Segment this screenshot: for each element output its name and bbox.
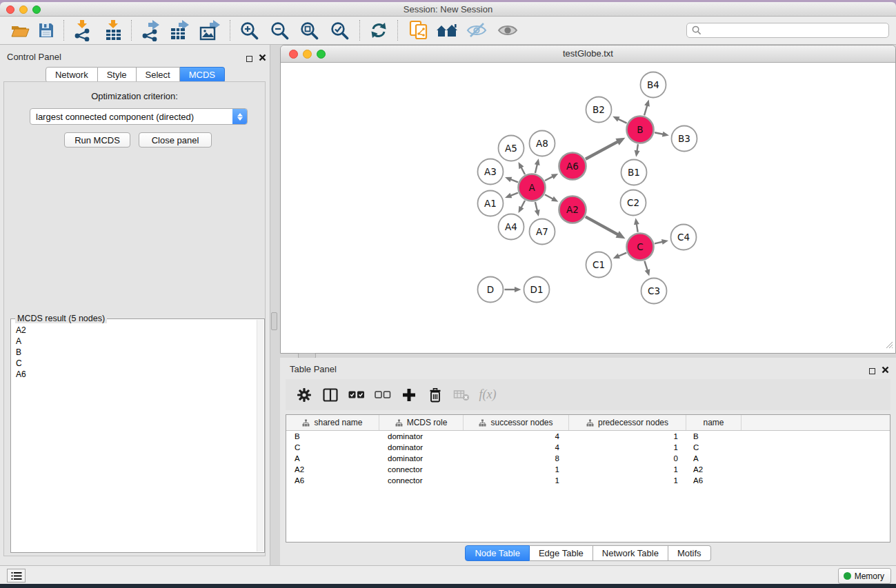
table-cell[interactable]: dominator <box>379 432 464 440</box>
function-builder-button[interactable]: f(x) <box>475 382 501 408</box>
import-network-button[interactable] <box>70 18 96 43</box>
tab-node-table[interactable]: Node Table <box>465 545 530 561</box>
column-header-name[interactable]: name <box>686 415 741 430</box>
main-titlebar[interactable]: Session: New Session <box>0 2 896 17</box>
table-cell[interactable]: B <box>286 432 379 440</box>
zoom-fit-button[interactable] <box>296 18 322 43</box>
graph-node-B1[interactable]: B1 <box>621 160 647 185</box>
table-cell[interactable]: connector <box>379 465 464 474</box>
export-table-button[interactable] <box>167 18 193 43</box>
graph-edge-C-C1[interactable] <box>613 253 627 259</box>
graph-edge-A-A6[interactable] <box>545 174 558 181</box>
search-input[interactable] <box>704 25 888 36</box>
graph-edge-A-A4[interactable] <box>518 201 525 213</box>
close-mcds-panel-button[interactable]: Close panel <box>139 132 212 148</box>
graph-edge-A-A7[interactable] <box>535 202 540 216</box>
graph-node-A3[interactable]: A3 <box>478 159 504 185</box>
tab-motifs[interactable]: Motifs <box>668 545 711 561</box>
table-cell[interactable]: B <box>686 432 741 440</box>
table-cell[interactable]: 4 <box>464 432 569 440</box>
network-documents-button[interactable] <box>406 18 432 43</box>
mcds-result-item[interactable]: C <box>11 358 256 369</box>
table-cell[interactable]: C <box>686 443 741 452</box>
graph-node-D1[interactable]: D1 <box>524 277 550 303</box>
graph-edge-C-C3[interactable] <box>644 261 650 276</box>
graph-node-A5[interactable]: A5 <box>499 136 524 161</box>
graph-node-B4[interactable]: B4 <box>641 72 666 98</box>
memory-button[interactable]: Memory <box>838 568 891 584</box>
graph-node-C1[interactable]: C1 <box>586 252 612 278</box>
show-column-panel-button[interactable] <box>317 382 344 408</box>
graph-edge-A-A2[interactable] <box>545 194 558 202</box>
graph-edge-B-B1[interactable] <box>635 144 640 156</box>
graph-node-A[interactable]: A <box>519 174 546 201</box>
table-cell[interactable]: A2 <box>286 465 379 474</box>
float-panel-button[interactable] <box>246 52 252 65</box>
open-file-button[interactable] <box>7 18 33 43</box>
show-task-history-button[interactable] <box>7 569 26 582</box>
table-cell[interactable]: 1 <box>569 476 686 485</box>
tab-network-table[interactable]: Network Table <box>593 545 668 561</box>
table-row[interactable]: Adominator80A <box>286 453 890 464</box>
delete-table-button[interactable] <box>448 382 475 408</box>
column-header-predecessor-nodes[interactable]: predecessor nodes <box>569 415 686 430</box>
table-cell[interactable]: connector <box>379 476 464 485</box>
tab-mcds[interactable]: MCDS <box>180 67 225 83</box>
table-cell[interactable]: 1 <box>569 432 686 440</box>
table-cell[interactable]: A <box>286 454 379 463</box>
mcds-result-item[interactable]: A <box>11 336 256 347</box>
graph-edge-D-D1[interactable] <box>505 287 521 292</box>
show-selected-button[interactable] <box>495 18 521 43</box>
table-settings-button[interactable] <box>291 382 317 408</box>
close-panel-button[interactable] <box>259 52 266 64</box>
table-row[interactable]: Cdominator41C <box>286 442 890 453</box>
zoom-out-button[interactable] <box>266 18 292 43</box>
graph-edge-C-C4[interactable] <box>655 239 668 245</box>
zoom-selected-button[interactable] <box>326 18 352 43</box>
table-cell[interactable]: 1 <box>569 465 686 474</box>
table-cell[interactable]: 4 <box>464 443 569 452</box>
graph-node-B3[interactable]: B3 <box>672 126 697 152</box>
table-row[interactable]: Bdominator41B <box>286 431 890 442</box>
graph-node-D[interactable]: D <box>478 277 504 303</box>
tab-select[interactable]: Select <box>137 67 180 83</box>
graph-edge-A-A5[interactable] <box>518 162 525 174</box>
vertical-splitter-handle[interactable] <box>271 312 277 330</box>
run-mcds-button[interactable]: Run MCDS <box>64 132 130 148</box>
table-cell[interactable]: C <box>286 443 379 452</box>
column-header-successor-nodes[interactable]: successor nodes <box>464 415 569 430</box>
close-table-panel-button[interactable] <box>882 364 889 376</box>
graph-node-A2[interactable]: A2 <box>559 196 586 223</box>
graph-edge-C-C2[interactable] <box>634 218 639 232</box>
graph-node-A6[interactable]: A6 <box>559 153 586 180</box>
table-cell[interactable]: 1 <box>569 443 686 452</box>
export-network-button[interactable] <box>137 18 163 43</box>
criterion-select[interactable]: largest connected component (directed) <box>30 108 248 125</box>
graph-node-A8[interactable]: A8 <box>530 131 555 156</box>
table-cell[interactable]: 1 <box>464 465 569 474</box>
search-box[interactable] <box>686 23 889 38</box>
table-cell[interactable]: 1 <box>464 476 569 485</box>
delete-column-button[interactable] <box>422 382 448 408</box>
graph-edge-A-A3[interactable] <box>505 177 518 183</box>
table-cell[interactable]: A6 <box>286 476 379 485</box>
graph-node-A4[interactable]: A4 <box>499 214 524 240</box>
select-all-columns-button[interactable] <box>344 382 370 408</box>
refresh-button[interactable] <box>366 18 392 43</box>
mcds-result-item[interactable]: A2 <box>11 325 256 336</box>
home-button[interactable] <box>434 18 460 43</box>
result-scrollbar[interactable] <box>257 320 263 551</box>
graph-edge-B-B3[interactable] <box>655 132 669 137</box>
column-header-mcds-role[interactable]: MCDS role <box>379 415 464 430</box>
mcds-result-item[interactable]: A6 <box>11 369 256 380</box>
graph-node-C4[interactable]: C4 <box>671 225 697 250</box>
mcds-result-item[interactable]: B <box>11 347 256 358</box>
network-canvas[interactable]: B4B2BB3B1A5A8A6A3AA1C2A2A4A7C4CC1C3DD1 <box>281 63 895 353</box>
create-column-button[interactable] <box>396 382 422 408</box>
table-cell[interactable]: A <box>686 454 741 463</box>
column-header-shared-name[interactable]: shared name <box>286 415 379 430</box>
table-cell[interactable]: dominator <box>379 443 464 452</box>
resize-grip-icon[interactable] <box>884 339 893 352</box>
graph-edge-A2-C[interactable] <box>586 216 626 239</box>
unselect-all-columns-button[interactable] <box>370 382 396 408</box>
